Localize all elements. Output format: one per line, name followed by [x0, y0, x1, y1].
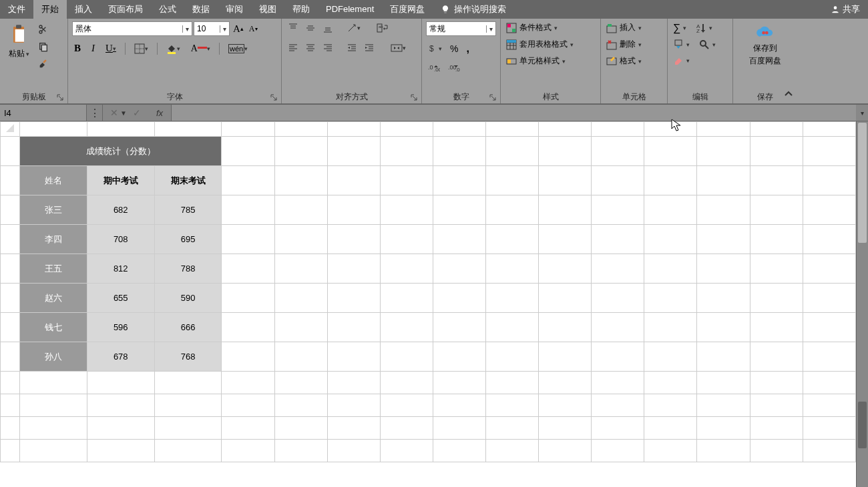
dialog-launcher-icon[interactable]	[489, 94, 497, 102]
tab-formulas[interactable]: 公式	[151, 0, 184, 19]
row-header[interactable]: 9	[1, 372, 20, 394]
formula-input[interactable]	[171, 105, 856, 121]
accounting-button[interactable]: $▾	[426, 42, 444, 55]
data-cell[interactable]: 596	[87, 313, 154, 342]
data-cell[interactable]: 赵六	[20, 284, 87, 313]
align-bottom-button[interactable]	[320, 21, 335, 35]
tab-review[interactable]: 审阅	[218, 0, 251, 19]
col-header[interactable]: M	[697, 122, 750, 137]
row-header[interactable]: 6	[1, 284, 20, 313]
data-cell[interactable]: 785	[154, 195, 222, 225]
percent-button[interactable]: %	[448, 42, 460, 55]
col-header[interactable]: C	[154, 122, 222, 137]
grow-font-button[interactable]: A▴	[231, 22, 246, 36]
increase-indent-button[interactable]	[362, 41, 377, 55]
row-header[interactable]: 8	[1, 342, 20, 372]
collapse-ribbon-button[interactable]	[784, 89, 793, 101]
col-header[interactable]: B	[87, 122, 154, 137]
vertical-scrollbar[interactable]	[856, 121, 868, 487]
save-to-baidu-button[interactable]: 保存到 百度网盘	[745, 21, 785, 68]
col-header[interactable]: E	[274, 122, 327, 137]
data-cell[interactable]: 钱七	[20, 313, 87, 342]
italic-button[interactable]: I	[89, 41, 97, 55]
comma-button[interactable]: ,	[464, 41, 471, 56]
col-header[interactable]: H	[433, 122, 486, 137]
wrap-text-button[interactable]: ab	[375, 21, 391, 35]
row-header[interactable]: 3	[1, 195, 20, 225]
data-cell[interactable]: 708	[87, 225, 154, 254]
increase-decimal-button[interactable]: .0.00	[426, 61, 442, 73]
align-right-button[interactable]	[320, 41, 335, 55]
insert-cells-button[interactable]: 插入 ▾	[605, 21, 643, 34]
tab-data[interactable]: 数据	[184, 0, 218, 19]
orientation-button[interactable]: ▾	[345, 21, 363, 35]
name-box[interactable]: ▼	[0, 105, 87, 121]
row-header[interactable]: 1	[1, 137, 20, 166]
enter-button[interactable]: ✓	[126, 105, 148, 121]
row-header[interactable]: 7	[1, 313, 20, 342]
data-cell[interactable]: 590	[154, 284, 222, 313]
data-cell[interactable]: 812	[87, 254, 154, 284]
col-header[interactable]: D	[222, 122, 274, 137]
font-size-combo[interactable]: 10▾	[194, 21, 230, 36]
data-cell[interactable]: 695	[154, 225, 222, 254]
clear-button[interactable]: ▾	[672, 55, 717, 67]
tab-view[interactable]: 视图	[251, 0, 284, 19]
data-cell[interactable]: 768	[154, 342, 222, 372]
tell-me[interactable]: 操作说明搜索	[433, 0, 514, 19]
decrease-decimal-button[interactable]: .00.0	[446, 61, 462, 73]
borders-button[interactable]: ▾	[132, 42, 150, 55]
dialog-launcher-icon[interactable]	[270, 94, 278, 102]
header-cell[interactable]: 期末考试	[154, 166, 222, 195]
scrollbar-thumb[interactable]	[858, 402, 867, 448]
fill-color-button[interactable]: ▾	[164, 42, 182, 55]
phonetic-button[interactable]: wén▾	[226, 43, 250, 55]
row-header[interactable]: 11	[1, 417, 20, 440]
share-button[interactable]: 共享	[831, 3, 860, 15]
row-header[interactable]: 5	[1, 254, 20, 284]
format-as-table-button[interactable]: 套用表格格式▾	[505, 38, 575, 51]
col-header[interactable]: J	[539, 122, 592, 137]
col-header[interactable]: O	[803, 122, 855, 137]
data-cell[interactable]: 666	[154, 313, 222, 342]
dialog-launcher-icon[interactable]	[411, 94, 419, 102]
tab-file[interactable]: 文件	[0, 0, 33, 19]
col-header[interactable]: G	[380, 122, 433, 137]
sort-filter-button[interactable]: AZ▾	[694, 22, 714, 34]
align-top-button[interactable]	[286, 21, 300, 35]
row-header[interactable]: 4	[1, 225, 20, 254]
cell-styles-button[interactable]: 单元格样式▾	[505, 55, 575, 67]
data-cell[interactable]: 王五	[20, 254, 87, 284]
decrease-indent-button[interactable]	[345, 41, 359, 55]
data-cell[interactable]: 682	[87, 195, 154, 225]
row-header[interactable]: 2	[1, 166, 20, 195]
col-header[interactable]: A	[20, 122, 87, 137]
tab-insert[interactable]: 插入	[67, 0, 100, 19]
font-color-button[interactable]: A▾	[189, 42, 212, 55]
fill-button[interactable]: ▾	[672, 39, 691, 51]
col-header[interactable]: K	[592, 122, 644, 137]
underline-button[interactable]: U ▾	[103, 41, 118, 55]
header-cell[interactable]: 期中考试	[87, 166, 154, 195]
tab-help[interactable]: 帮助	[284, 0, 318, 19]
find-button[interactable]: ▾	[698, 39, 717, 51]
insert-function-button[interactable]: fx	[148, 105, 171, 121]
number-format-combo[interactable]: 常规▾	[426, 21, 496, 36]
table-title[interactable]: 成绩统计（分数）	[20, 137, 222, 166]
merge-button[interactable]: ▾	[389, 41, 408, 55]
data-cell[interactable]: 788	[154, 254, 222, 284]
dialog-launcher-icon[interactable]	[57, 94, 65, 102]
delete-cells-button[interactable]: 删除 ▾	[605, 38, 643, 51]
cut-button[interactable]	[36, 23, 51, 36]
scrollbar-thumb[interactable]	[858, 123, 867, 243]
align-center-button[interactable]	[303, 41, 318, 55]
format-cells-button[interactable]: 格式 ▾	[605, 55, 643, 67]
row-header[interactable]: 12	[1, 440, 20, 462]
spreadsheet-grid[interactable]: A B C D E F G H I J K L M N O 1 成绩统计（分数）…	[0, 121, 856, 462]
col-header[interactable]: F	[327, 122, 380, 137]
align-left-button[interactable]	[286, 41, 300, 55]
data-cell[interactable]: 孙八	[20, 342, 87, 372]
tab-page-layout[interactable]: 页面布局	[100, 0, 151, 19]
col-header[interactable]: N	[750, 122, 803, 137]
font-name-combo[interactable]: 黑体▾	[72, 21, 192, 36]
